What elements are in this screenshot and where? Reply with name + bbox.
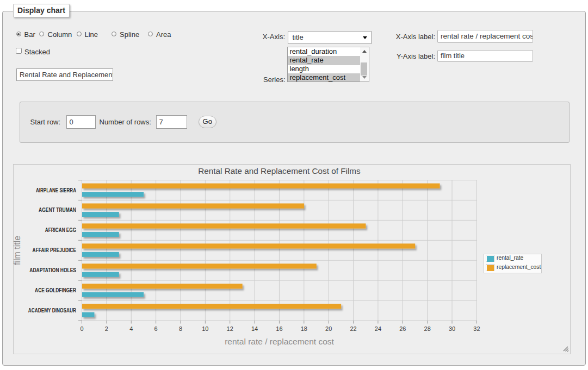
svg-text:32: 32 <box>473 325 480 332</box>
svg-text:30: 30 <box>449 325 455 332</box>
svg-text:4: 4 <box>129 325 133 332</box>
svg-text:AGENT TRUMAN: AGENT TRUMAN <box>39 207 76 213</box>
svg-text:AIRPLANE SIERRA: AIRPLANE SIERRA <box>36 187 76 193</box>
svg-text:22: 22 <box>350 325 356 332</box>
svg-text:12: 12 <box>227 325 233 332</box>
svg-text:18: 18 <box>301 325 307 332</box>
svg-text:AFFAIR PREJUDICE: AFFAIR PREJUDICE <box>33 247 77 253</box>
svg-text:20: 20 <box>325 325 332 332</box>
svg-text:16: 16 <box>276 325 282 332</box>
svg-text:6: 6 <box>154 325 158 332</box>
svg-text:ADAPTATION HOLES: ADAPTATION HOLES <box>29 267 76 273</box>
svg-text:28: 28 <box>424 325 431 332</box>
svg-text:10: 10 <box>202 325 208 332</box>
svg-text:8: 8 <box>179 325 182 332</box>
svg-text:AFRICAN EGG: AFRICAN EGG <box>45 227 76 233</box>
svg-text:26: 26 <box>399 325 406 332</box>
svg-text:2: 2 <box>105 325 108 332</box>
svg-text:ACADEMY DINOSAUR: ACADEMY DINOSAUR <box>28 308 77 313</box>
svg-text:0: 0 <box>80 325 83 332</box>
svg-text:ACE GOLDFINGER: ACE GOLDFINGER <box>35 287 77 293</box>
svg-text:14: 14 <box>251 325 258 332</box>
svg-text:24: 24 <box>375 325 381 332</box>
